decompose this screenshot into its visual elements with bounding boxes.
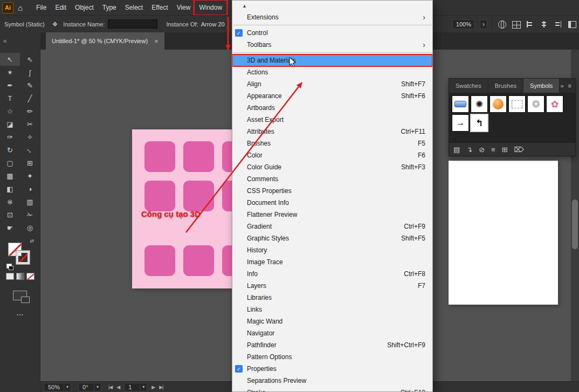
panel-menu-icon[interactable]: ≡	[568, 82, 571, 89]
collapse-dock-icon[interactable]: «	[3, 37, 7, 45]
menu-item[interactable]: ✓ Color Guide Shift+F3 ›	[232, 161, 432, 173]
menu-item[interactable]: ✓ Properties ›	[232, 363, 432, 375]
zoom-combo[interactable]: 50% ▾	[44, 383, 71, 391]
lasso-tool[interactable]: ʃ	[20, 66, 40, 79]
pink-square[interactable]	[183, 141, 214, 172]
menu-item[interactable]: ✓ Control ›	[232, 27, 432, 39]
paintbrush-tool[interactable]: ✑	[0, 130, 20, 143]
pencil-tool[interactable]: ✏	[20, 105, 40, 118]
menubar-item[interactable]: File	[32, 1, 51, 15]
symbol-arrow-right[interactable]: →	[452, 114, 469, 132]
prev-artboard-button[interactable]: ◀	[116, 384, 120, 390]
symbol-options-icon[interactable]: ≡	[491, 146, 495, 154]
menu-item[interactable]: ✓ Separations Preview ›	[232, 375, 432, 387]
color-button[interactable]	[6, 273, 14, 280]
panel-tab[interactable]: Brushes	[488, 79, 523, 93]
none-button[interactable]	[26, 273, 35, 280]
chevron-down-icon[interactable]: ▾	[140, 383, 147, 391]
menu-item[interactable]: ✓ Links ›	[232, 304, 432, 315]
next-artboard-button[interactable]: ▶	[151, 384, 155, 390]
break-link-icon[interactable]: ⊘	[479, 146, 485, 154]
artboard[interactable]	[449, 161, 558, 305]
menu-item[interactable]: ✓ Layers F7 ›	[232, 280, 432, 292]
pink-square[interactable]	[183, 245, 214, 276]
pink-square[interactable]	[222, 245, 232, 276]
perspective-grid-tool[interactable]: ⊞	[20, 156, 40, 169]
pink-square[interactable]	[222, 181, 232, 211]
home-icon[interactable]: ⌂	[13, 3, 27, 12]
free-transform-tool[interactable]: ▢	[0, 156, 20, 169]
rotation-combo[interactable]: 0° ▾	[78, 383, 101, 391]
symbol-dashed-frame[interactable]: ▢	[508, 95, 526, 113]
stroke-swatch[interactable]	[16, 251, 30, 264]
align-center-icon[interactable]	[540, 20, 548, 28]
chevron-down-icon[interactable]: ▾	[94, 383, 101, 391]
menu-item[interactable]: ✓ Navigator ›	[232, 327, 432, 339]
symbol-sprayer-tool[interactable]: ※	[0, 195, 20, 208]
menubar-item[interactable]: Object	[71, 1, 98, 15]
selection-tool[interactable]: ↖	[0, 53, 20, 66]
artboard-tool[interactable]: ⊡	[0, 208, 20, 221]
menu-item[interactable]: ✓ Graphic Styles Shift+F5 ›	[232, 232, 432, 244]
first-artboard-button[interactable]: |◀	[108, 384, 112, 390]
symbol-arrow-20[interactable]: ↰	[471, 114, 488, 132]
menu-item[interactable]: ✓ Attributes Ctrl+F11 ›	[232, 126, 432, 137]
symbol-pink-flower[interactable]: ✿	[546, 95, 563, 113]
menu-item[interactable]: ✓ Extensions ›	[232, 11, 432, 23]
pink-square[interactable]	[144, 141, 175, 172]
menu-item[interactable]: ✓ Libraries ›	[232, 292, 432, 304]
chevron-down-icon[interactable]: ▾	[64, 383, 71, 391]
draw-modes-icon[interactable]	[13, 291, 27, 300]
menu-item[interactable]: ✓ Brushes F5 ›	[232, 137, 432, 149]
pink-square[interactable]	[183, 181, 214, 211]
eraser-tool[interactable]: ◪	[0, 118, 20, 130]
instance-name-input[interactable]	[108, 19, 157, 29]
symbol-gear-ornament[interactable]: ❂	[527, 95, 544, 113]
menu-item[interactable]: ✓ Asset Export ›	[232, 114, 432, 126]
menu-item[interactable]: ✓ Image Trace ›	[232, 256, 432, 268]
menu-item[interactable]: ✓ Magic Wand ›	[232, 315, 432, 327]
globe-icon[interactable]	[498, 20, 506, 28]
close-tab-icon[interactable]: ×	[154, 37, 158, 45]
menu-item[interactable]: ✓ Pattern Options ›	[232, 351, 432, 363]
direct-selection-tool[interactable]: ⇖	[20, 53, 40, 66]
symbol-ink-splatter[interactable]: ✺	[471, 95, 488, 113]
document-tab[interactable]: Untitled-1* @ 50 % (CMYK/Preview) ×	[46, 32, 164, 50]
zoom-tool[interactable]: ◎	[20, 221, 40, 234]
star-tool[interactable]: ☆	[0, 105, 20, 118]
menubar-item[interactable]: Edit	[51, 1, 71, 15]
zoom-dropdown-icon[interactable]: ›	[480, 19, 487, 29]
arrange-documents-icon[interactable]	[512, 20, 520, 28]
align-left-icon[interactable]	[526, 20, 534, 28]
symbol-libraries-icon[interactable]: ▤	[453, 146, 460, 154]
symbol-web-button[interactable]: ▬	[452, 95, 469, 113]
artboard-combo[interactable]: 1 ▾	[124, 383, 147, 391]
curvature-tool[interactable]: ✎	[20, 79, 40, 92]
menu-item[interactable]: ✓ Actions ›	[232, 66, 432, 78]
scissors-tool[interactable]: ✂	[20, 118, 40, 130]
blend-tool[interactable]: ◑	[20, 182, 40, 195]
menu-item[interactable]: ✓ Pathfinder Shift+Ctrl+F9 ›	[232, 339, 432, 351]
panel-tab[interactable]: Symbols	[523, 79, 560, 93]
symbol-orange-sphere[interactable]: ●	[490, 95, 507, 113]
menu-item[interactable]: ✓ Document Info ›	[232, 197, 432, 209]
menubar-item[interactable]: Type	[98, 1, 121, 15]
pink-square[interactable]	[144, 181, 175, 211]
gradient-button[interactable]	[16, 273, 24, 280]
pink-square[interactable]	[222, 141, 232, 172]
swap-fill-stroke-icon[interactable]: ⇄	[30, 238, 34, 244]
default-fill-stroke-icon[interactable]	[6, 264, 12, 269]
last-artboard-button[interactable]: ▶|	[159, 384, 163, 390]
pen-tool[interactable]: ✒	[0, 79, 20, 92]
menu-item[interactable]: ✓ Align Shift+F7 ›	[232, 78, 432, 90]
gradient-tool[interactable]: ◧	[0, 182, 20, 195]
menu-scroll-up[interactable]: ▲	[232, 1, 432, 11]
menu-item[interactable]: ✓ Gradient Ctrl+F9 ›	[232, 221, 432, 232]
rotate-tool[interactable]: ↻	[0, 143, 20, 156]
align-right-icon[interactable]	[554, 20, 562, 28]
type-tool[interactable]: T	[0, 92, 20, 105]
shaper-tool[interactable]: ✧	[20, 130, 40, 143]
edit-toolbar-button[interactable]: ⋯	[0, 310, 40, 319]
line-segment-tool[interactable]: ╱	[20, 92, 40, 105]
column-graph-tool[interactable]: ▥	[20, 195, 40, 208]
